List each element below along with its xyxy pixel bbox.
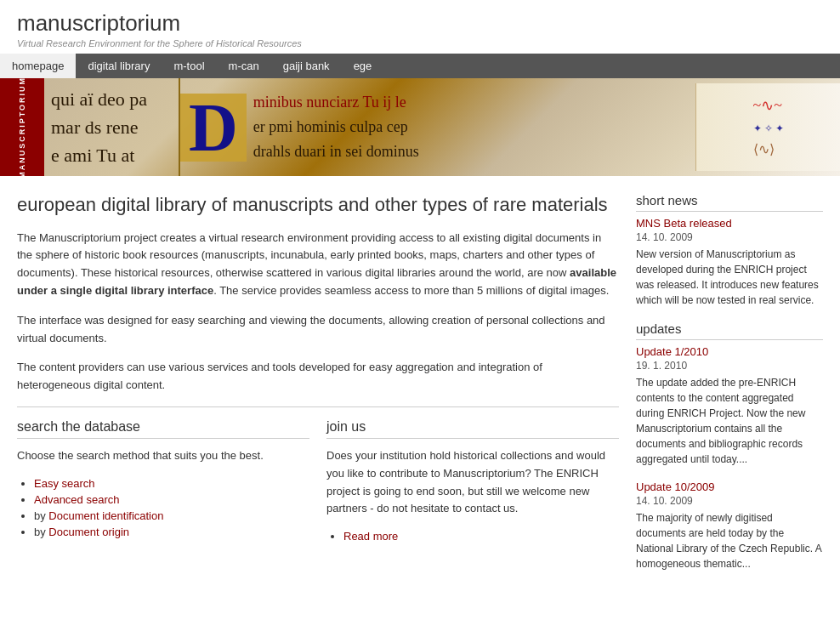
join-section: join us Does your institution hold histo… xyxy=(326,419,619,543)
main-paragraph-1: The Manuscriptorium project creates a vi… xyxy=(17,230,619,300)
update-link-2[interactable]: Update 10/2009 xyxy=(636,480,715,493)
nav-gaiji-bank[interactable]: gaiji bank xyxy=(271,54,342,78)
join-list: Read more xyxy=(326,530,619,543)
main-content: european digital library of manuscripts … xyxy=(17,193,619,585)
main-paragraph-2: The interface was designed for easy sear… xyxy=(17,312,619,348)
banner-decorative: ~∿~ ✦ ✧ ✦ ⟨∿⟩ xyxy=(695,83,840,171)
update-text-1: The update added the pre-ENRICH contents… xyxy=(636,375,823,467)
update-link-1[interactable]: Update 1/2010 xyxy=(636,345,708,358)
search-list: Easy search Advanced search by Document … xyxy=(17,477,309,538)
update-item-2: Update 10/2009 14. 10. 2009 The majority… xyxy=(636,480,823,571)
join-heading: join us xyxy=(326,419,619,439)
list-item: by Document identification xyxy=(34,509,309,522)
update-title-1: Update 1/2010 xyxy=(636,345,823,358)
content-wrapper: european digital library of manuscripts … xyxy=(0,176,840,602)
search-heading: search the database xyxy=(17,419,309,439)
site-title: manuscriptorium xyxy=(17,10,823,37)
nav-m-tool[interactable]: m-tool xyxy=(162,54,216,78)
list-item: Read more xyxy=(343,530,619,543)
banner-text-right: minibus nunciarz Tu ij le er pmi hominis… xyxy=(247,83,695,170)
nav-homepage[interactable]: homepage xyxy=(0,54,76,78)
banner-blue-section: D xyxy=(180,94,247,162)
banner-text-left: qui aï deo pa mar ds rene e ami Tu at xyxy=(44,78,180,176)
update-title-2: Update 10/2009 xyxy=(636,480,823,493)
join-text: Does your institution hold historical co… xyxy=(326,447,619,518)
banner-image: qui aï deo pa mar ds rene e ami Tu at D … xyxy=(44,78,840,176)
news-title-1: MNS Beta released xyxy=(636,217,823,230)
nav-m-can[interactable]: m-can xyxy=(217,54,271,78)
main-paragraph-3: The content providers can use various se… xyxy=(17,359,619,395)
news-text-1: New version of Manuscriptorium as develo… xyxy=(636,247,823,308)
document-origin-link[interactable]: Document origin xyxy=(48,526,129,538)
main-heading: european digital library of manuscripts … xyxy=(17,193,619,218)
by-label: by xyxy=(34,509,48,522)
update-item-1: Update 1/2010 19. 1. 2010 The update add… xyxy=(636,345,823,467)
banner-side-text: MANUSCRIPTORIUM xyxy=(18,78,26,176)
by-label-2: by xyxy=(34,526,48,538)
update-date-2: 14. 10. 2009 xyxy=(636,495,823,507)
search-section: search the database Choose the search me… xyxy=(17,419,309,543)
short-news-heading: short news xyxy=(636,193,823,212)
nav-ege[interactable]: ege xyxy=(342,54,384,78)
search-intro: Choose the search method that suits you … xyxy=(17,447,309,465)
list-item: by Document origin xyxy=(34,526,309,538)
site-subtitle: Virtual Research Environment for the Sph… xyxy=(17,38,823,48)
list-item: Easy search xyxy=(34,477,309,490)
bottom-sections: search the database Choose the search me… xyxy=(17,406,619,543)
updates-section: updates Update 1/2010 19. 1. 2010 The up… xyxy=(636,321,823,571)
document-identification-link[interactable]: Document identification xyxy=(48,509,163,522)
news-date-1: 14. 10. 2009 xyxy=(636,231,823,243)
news-link-1[interactable]: MNS Beta released xyxy=(636,217,732,230)
update-text-2: The majority of newly digitised document… xyxy=(636,510,823,571)
updates-heading: updates xyxy=(636,321,823,340)
banner: MANUSCRIPTORIUM qui aï deo pa mar ds ren… xyxy=(0,78,840,176)
main-nav: homepage digital library m-tool m-can ga… xyxy=(0,54,840,78)
banner-left: MANUSCRIPTORIUM xyxy=(0,78,44,176)
short-news-section: short news MNS Beta released 14. 10. 200… xyxy=(636,193,823,308)
easy-search-link[interactable]: Easy search xyxy=(34,477,95,490)
read-more-link[interactable]: Read more xyxy=(343,530,398,543)
list-item: Advanced search xyxy=(34,493,309,506)
advanced-search-link[interactable]: Advanced search xyxy=(34,493,119,506)
sidebar: short news MNS Beta released 14. 10. 200… xyxy=(636,193,823,585)
nav-digital-library[interactable]: digital library xyxy=(76,54,162,78)
update-date-1: 19. 1. 2010 xyxy=(636,360,823,372)
site-header: manuscriptorium Virtual Research Environ… xyxy=(0,0,840,54)
